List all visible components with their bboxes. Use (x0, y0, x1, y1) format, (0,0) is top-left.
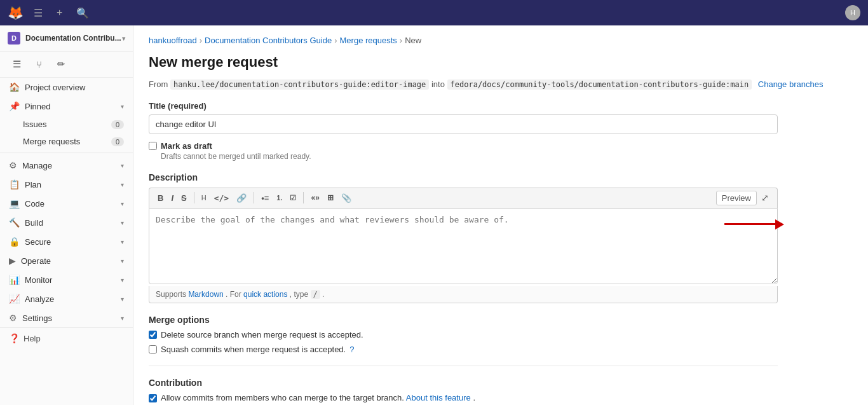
sidebar-item-operate[interactable]: ▶ Operate ▾ (0, 251, 133, 270)
plan-icon: 📋 (9, 179, 20, 189)
quick-actions-link[interactable]: quick actions (243, 290, 287, 299)
toolbar-separator (194, 192, 194, 203)
allow-commits-checkbox[interactable] (149, 394, 157, 402)
sidebar-overview-icon[interactable]: ☰ (8, 55, 26, 73)
sidebar-item-manage[interactable]: ⚙ Manage ▾ (0, 156, 133, 175)
chevron-down-icon: ▾ (121, 181, 124, 188)
sidebar-item-plan[interactable]: 📋 Plan ▾ (0, 175, 133, 194)
search-button[interactable]: 🔍 (72, 6, 93, 20)
page-title: New merge request (149, 54, 853, 71)
allow-commits-label: Allow commits from members who can merge… (161, 393, 404, 402)
table-button[interactable]: ⊞ (324, 191, 337, 204)
sidebar-item-code[interactable]: 💻 Code ▾ (0, 194, 133, 213)
editor-footer: Supports Markdown . For quick actions , … (149, 286, 778, 303)
bold-button[interactable]: B (154, 191, 166, 205)
chevron-down-icon: ▾ (122, 35, 125, 42)
issues-count-badge: 0 (111, 120, 124, 129)
sidebar-edit-icon[interactable]: ✏ (52, 55, 71, 73)
slash-code: / (311, 290, 320, 299)
sidebar-item-monitor[interactable]: 📊 Monitor ▾ (0, 270, 133, 289)
toggle-sidebar-button[interactable]: ☰ (30, 6, 46, 20)
breadcrumb-merge-requests[interactable]: Merge requests (340, 36, 397, 45)
sidebar-item-label: Build (25, 218, 118, 228)
mark-as-draft-checkbox[interactable] (149, 142, 157, 150)
bullet-list-button[interactable]: •≡ (258, 191, 272, 205)
sidebar-item-label: Issues (23, 120, 47, 129)
breadcrumb-hankuoffroad[interactable]: hankuoffroad (149, 36, 197, 45)
sidebar-item-label: Merge requests (23, 137, 80, 146)
task-list-button[interactable]: ☑ (287, 192, 299, 204)
merge-requests-count-badge: 0 (111, 137, 124, 146)
about-feature-link[interactable]: About this feature (406, 393, 471, 402)
link-button[interactable]: 🔗 (233, 191, 250, 205)
squash-commits-row: Squash commits when merge request is acc… (149, 345, 853, 354)
delete-source-branch-label[interactable]: Delete source branch when merge request … (161, 330, 363, 340)
code-button[interactable]: </> (211, 191, 232, 205)
heading-button[interactable]: H (198, 192, 210, 203)
sidebar-item-label: Analyze (25, 294, 118, 304)
chevron-down-icon: ▾ (121, 219, 124, 226)
chevron-down-icon: ▾ (121, 200, 124, 207)
squash-help-icon[interactable]: ? (349, 345, 354, 354)
description-input[interactable] (149, 208, 778, 284)
sidebar-merge-icon[interactable]: ⑂ (31, 55, 47, 73)
merge-options-title: Merge options (149, 315, 853, 325)
avatar[interactable]: H (845, 5, 860, 20)
sidebar-item-label: Plan (25, 180, 118, 189)
preview-button[interactable]: Preview (716, 191, 757, 205)
sidebar-item-analyze[interactable]: 📈 Analyze ▾ (0, 289, 133, 308)
squash-commits-label[interactable]: Squash commits when merge request is acc… (161, 345, 346, 354)
delete-source-branch-checkbox[interactable] (149, 331, 157, 339)
breadcrumb-guide[interactable]: Documentation Contributors Guide (205, 36, 332, 45)
sidebar-item-label: Settings (22, 313, 118, 323)
sidebar-item-merge-requests[interactable]: Merge requests 0 (0, 133, 133, 150)
expand-button[interactable]: ⤢ (758, 191, 772, 205)
markdown-link[interactable]: Markdown (188, 290, 223, 299)
contribution-title: Contribution (149, 378, 853, 388)
sidebar-item-build[interactable]: 🔨 Build ▾ (0, 213, 133, 232)
new-item-button[interactable]: + (53, 6, 66, 20)
sidebar-item-pinned[interactable]: 📌 Pinned ▾ (0, 97, 133, 116)
manage-icon: ⚙ (9, 160, 17, 170)
code-icon: 💻 (9, 198, 20, 209)
sidebar-item-label: Secure (25, 237, 118, 247)
sidebar-item-label: Manage (22, 161, 118, 170)
breadcrumb-new: New (405, 36, 421, 45)
mark-as-draft-label[interactable]: Mark as draft (161, 141, 212, 151)
squash-commits-checkbox[interactable] (149, 345, 157, 354)
top-bar: 🦊 ☰ + 🔍 H (0, 0, 868, 25)
breadcrumb: hankuoffroad › Documentation Contributor… (149, 36, 853, 45)
quote-button[interactable]: «» (308, 191, 322, 204)
attach-button[interactable]: 📎 (338, 191, 355, 205)
numbered-list-button[interactable]: 1. (273, 192, 285, 203)
sidebar-item-label: Monitor (25, 275, 118, 285)
pin-icon: 📌 (9, 101, 20, 111)
sidebar-project-header[interactable]: D Documentation Contribu... ▾ (0, 25, 133, 51)
source-branch: hanku.lee/documentation-contributors-gui… (170, 79, 429, 90)
sidebar: D Documentation Contribu... ▾ ☰ ⑂ ✏ 🏠 Pr… (0, 25, 133, 405)
chevron-down-icon: ▾ (121, 238, 124, 245)
operate-icon: ▶ (9, 256, 16, 266)
sidebar-item-issues[interactable]: Issues 0 (0, 116, 133, 133)
sidebar-item-label: Operate (21, 256, 118, 266)
mark-as-draft-hint: Drafts cannot be merged until marked rea… (161, 152, 311, 161)
merge-options-section: Merge options Delete source branch when … (149, 315, 853, 354)
build-icon: 🔨 (9, 217, 20, 228)
sidebar-item-settings[interactable]: ⚙ Settings ▾ (0, 308, 133, 327)
help-label: Help (24, 334, 41, 343)
italic-button[interactable]: I (168, 191, 177, 205)
change-branches-link[interactable]: Change branches (758, 79, 824, 89)
sidebar-item-label: Pinned (25, 102, 118, 111)
help-item[interactable]: ❓ Help (0, 327, 133, 348)
from-into-description: From hanku.lee/documentation-contributor… (149, 78, 853, 91)
chevron-down-icon: ▾ (121, 296, 124, 303)
editor-toolbar: B I S H </> 🔗 •≡ 1. ☑ «» ⊞ 📎 Preview ⤢ (149, 188, 778, 208)
sidebar-item-secure[interactable]: 🔒 Secure ▾ (0, 232, 133, 251)
section-divider (149, 366, 778, 366)
title-input[interactable] (149, 114, 778, 134)
settings-icon: ⚙ (9, 313, 17, 323)
project-name: Documentation Contribu... (25, 34, 122, 43)
sidebar-item-project-overview[interactable]: 🏠 Project overview (0, 78, 133, 97)
analyze-icon: 📈 (9, 294, 20, 304)
strikethrough-button[interactable]: S (178, 191, 190, 205)
